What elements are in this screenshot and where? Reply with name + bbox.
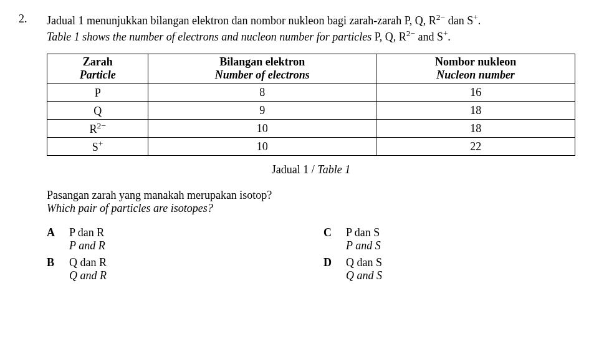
data-table: Zarah Particle Bilangan elektron Number … [47, 54, 575, 156]
option-label: D [323, 256, 335, 282]
option-ms: P dan R [69, 226, 105, 239]
cell-nucleon: 22 [376, 138, 575, 156]
stem-en-part0: Table 1 shows the number of electrons an… [47, 31, 375, 43]
cell-nucleon: 18 [376, 102, 575, 120]
stem-malay: Jadual 1 menunjukkan bilangan elektron d… [47, 12, 575, 27]
cell-electrons: 10 [148, 138, 376, 156]
hdr-nucleon-ms: Nombor nukleon [381, 55, 570, 69]
option-ms: P dan S [346, 226, 381, 239]
option-c[interactable]: C P dan S P and S [323, 226, 575, 252]
stem-en-sup1: 2− [406, 29, 415, 38]
ask-malay: Pasangan zarah yang manakah merupakan is… [47, 189, 575, 202]
table-row: S+ 10 22 [47, 138, 575, 156]
table-row: R2− 10 18 [47, 120, 575, 138]
option-b[interactable]: B Q dan R Q and R [47, 256, 299, 282]
question-container: 2. Jadual 1 menunjukkan bilangan elektro… [19, 12, 575, 282]
table-header-row: Zarah Particle Bilangan elektron Number … [47, 54, 575, 84]
options-grid: A P dan R P and R C P dan S P and S B Q … [47, 226, 575, 282]
cell-particle: Q [47, 102, 148, 120]
option-d[interactable]: D Q dan S Q and S [323, 256, 575, 282]
cell-electrons: 8 [148, 84, 376, 102]
cell-nucleon: 18 [376, 120, 575, 138]
option-en: Q and S [346, 269, 382, 282]
option-text: Q dan R Q and R [69, 256, 107, 282]
table-caption: Jadual 1 / Table 1 [47, 163, 575, 176]
stem-ms-part2: dan S [445, 14, 473, 27]
table-body: P 8 16 Q 9 18 R2− 10 18 S+ 10 22 [47, 84, 575, 156]
option-en: Q and R [69, 269, 107, 282]
option-label: A [47, 226, 58, 252]
option-a[interactable]: A P dan R P and R [47, 226, 299, 252]
stem-ms-part0: Jadual 1 menunjukkan bilangan elektron d… [47, 14, 436, 27]
cell-nucleon: 16 [376, 84, 575, 102]
hdr-electrons-ms: Bilangan elektron [153, 55, 371, 69]
stem-en-part1: P, Q, R [375, 31, 406, 43]
option-text: Q dan S Q and S [346, 256, 382, 282]
particle-base: R [89, 123, 97, 135]
table-row: Q 9 18 [47, 102, 575, 120]
cell-particle: R2− [47, 120, 148, 138]
question-number: 2. [19, 12, 34, 26]
ask-english: Which pair of particles are isotopes? [47, 202, 575, 215]
stem-en-part3: and S [418, 31, 444, 43]
caption-ms: Jadual 1 [272, 163, 309, 176]
hdr-electrons-en: Number of electrons [153, 69, 371, 82]
option-label: C [323, 226, 335, 252]
option-label: B [47, 256, 58, 282]
cell-particle: P [47, 84, 148, 102]
hdr-nucleon-en: Nucleon number [381, 69, 570, 82]
stem-en-part5: . [448, 31, 451, 43]
option-text: P dan S P and S [346, 226, 381, 252]
caption-en: Table 1 [317, 163, 350, 176]
particle-sup: 2− [97, 121, 105, 130]
question-body: Jadual 1 menunjukkan bilangan elektron d… [47, 12, 575, 282]
particle-base: S [92, 141, 98, 153]
col-particle: Zarah Particle [47, 54, 148, 84]
col-nucleon: Nombor nukleon Nucleon number [376, 54, 575, 84]
hdr-particle-en: Particle [52, 69, 143, 82]
stem-ms-sup1: 2− [436, 12, 445, 22]
col-electrons: Bilangan elektron Number of electrons [148, 54, 376, 84]
option-text: P dan R P and R [69, 226, 105, 252]
stem-en-sup2: + [443, 29, 448, 38]
stem-english: Table 1 shows the number of electrons an… [47, 29, 575, 44]
cell-particle: S+ [47, 138, 148, 156]
stem-ms-sup2: + [473, 12, 478, 22]
option-en: P and R [69, 239, 105, 252]
caption-sep: / [309, 163, 317, 176]
cell-electrons: 9 [148, 102, 376, 120]
particle-base: P [95, 87, 101, 99]
table-row: P 8 16 [47, 84, 575, 102]
cell-electrons: 10 [148, 120, 376, 138]
option-ms: Q dan S [346, 256, 382, 269]
stem-ms-part4: . [478, 14, 481, 27]
option-en: P and S [346, 239, 381, 252]
hdr-particle-ms: Zarah [52, 55, 143, 69]
particle-sup: + [98, 139, 103, 148]
particle-base: Q [93, 105, 102, 117]
option-ms: Q dan R [69, 256, 107, 269]
